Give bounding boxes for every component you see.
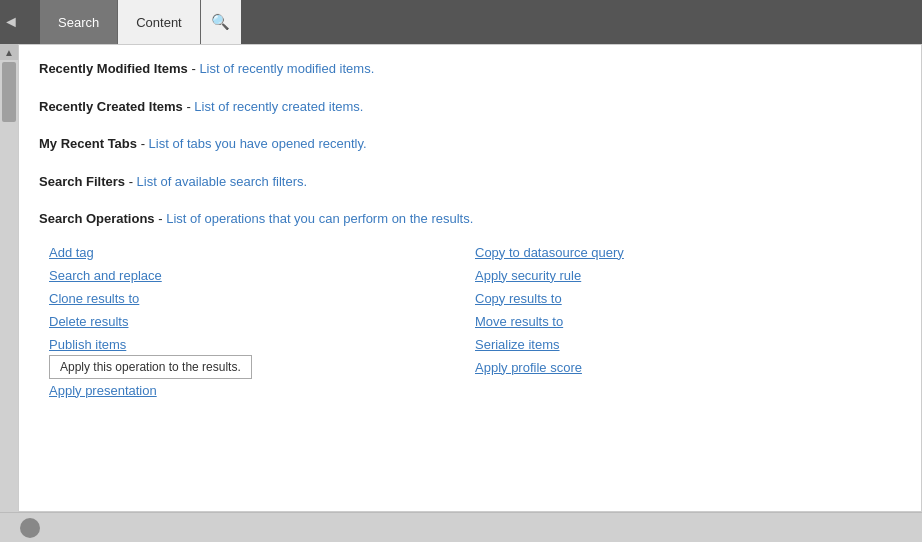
op-publish-items-container: Publish items Apply this operation to th… bbox=[49, 333, 475, 356]
op-serialize-items[interactable]: Serialize items bbox=[475, 333, 901, 356]
op-apply-campaigns-events[interactable]: Apply campaigns events bbox=[49, 356, 475, 379]
scrollbar-up-button[interactable]: ▲ bbox=[0, 44, 18, 60]
operations-grid: Add tag Search and replace Clone results… bbox=[49, 241, 901, 402]
op-move-results-to[interactable]: Move results to bbox=[475, 310, 901, 333]
section-my-recent-tabs: My Recent Tabs - List of tabs you have o… bbox=[39, 134, 901, 154]
section-recently-modified: Recently Modified Items - List of recent… bbox=[39, 59, 901, 79]
my-recent-tabs-label: My Recent Tabs bbox=[39, 136, 137, 151]
scrollbar-thumb[interactable] bbox=[2, 62, 16, 122]
search-icon: 🔍 bbox=[211, 13, 230, 31]
tab-search[interactable]: Search bbox=[40, 0, 118, 44]
tab-left-arrow-icon: ◄ bbox=[0, 0, 22, 44]
my-recent-tabs-dash: - bbox=[141, 136, 149, 151]
app-wrapper: ◄ Search Content 🔍 ▲ Recently Modified I… bbox=[0, 0, 922, 542]
operations-right-col: Copy to datasource query Apply security … bbox=[475, 241, 901, 402]
bottom-area bbox=[0, 512, 922, 542]
search-filters-label: Search Filters bbox=[39, 174, 125, 189]
op-copy-results-to[interactable]: Copy results to bbox=[475, 287, 901, 310]
search-icon-button[interactable]: 🔍 bbox=[201, 0, 241, 44]
search-filters-desc: List of available search filters. bbox=[137, 174, 308, 189]
recently-modified-desc: List of recently modified items. bbox=[199, 61, 374, 76]
op-apply-presentation[interactable]: Apply presentation bbox=[49, 379, 475, 402]
op-copy-to-datasource[interactable]: Copy to datasource query bbox=[475, 241, 901, 264]
section-search-filters: Search Filters - List of available searc… bbox=[39, 172, 901, 192]
op-apply-security-rule[interactable]: Apply security rule bbox=[475, 264, 901, 287]
section-recently-created: Recently Created Items - List of recentl… bbox=[39, 97, 901, 117]
tab-content-label: Content bbox=[136, 15, 182, 30]
recently-created-desc: List of recently created items. bbox=[194, 99, 363, 114]
search-operations-label: Search Operations bbox=[39, 211, 155, 226]
search-operations-dash: - bbox=[158, 211, 166, 226]
content-panel: Recently Modified Items - List of recent… bbox=[18, 44, 922, 512]
op-publish-items[interactable]: Publish items bbox=[49, 333, 126, 356]
op-add-tag[interactable]: Add tag bbox=[49, 241, 475, 264]
search-operations-desc: List of operations that you can perform … bbox=[166, 211, 473, 226]
op-search-and-replace[interactable]: Search and replace bbox=[49, 264, 475, 287]
recently-modified-label: Recently Modified Items bbox=[39, 61, 188, 76]
section-search-operations: Search Operations - List of operations t… bbox=[39, 209, 901, 229]
tab-bar: ◄ Search Content 🔍 bbox=[0, 0, 922, 44]
op-delete-results[interactable]: Delete results bbox=[49, 310, 475, 333]
op-clone-results-to[interactable]: Clone results to bbox=[49, 287, 475, 310]
search-filters-dash: - bbox=[129, 174, 137, 189]
recently-created-label: Recently Created Items bbox=[39, 99, 183, 114]
tab-content[interactable]: Content bbox=[118, 0, 201, 44]
op-apply-profile-score[interactable]: Apply profile score bbox=[475, 356, 901, 379]
tab-search-label: Search bbox=[58, 15, 99, 30]
operations-left-col: Add tag Search and replace Clone results… bbox=[49, 241, 475, 402]
my-recent-tabs-desc: List of tabs you have opened recently. bbox=[149, 136, 367, 151]
bottom-icon bbox=[20, 518, 40, 538]
scrollbar-track[interactable]: ▲ bbox=[0, 44, 18, 512]
main-area: ▲ Recently Modified Items - List of rece… bbox=[0, 44, 922, 512]
